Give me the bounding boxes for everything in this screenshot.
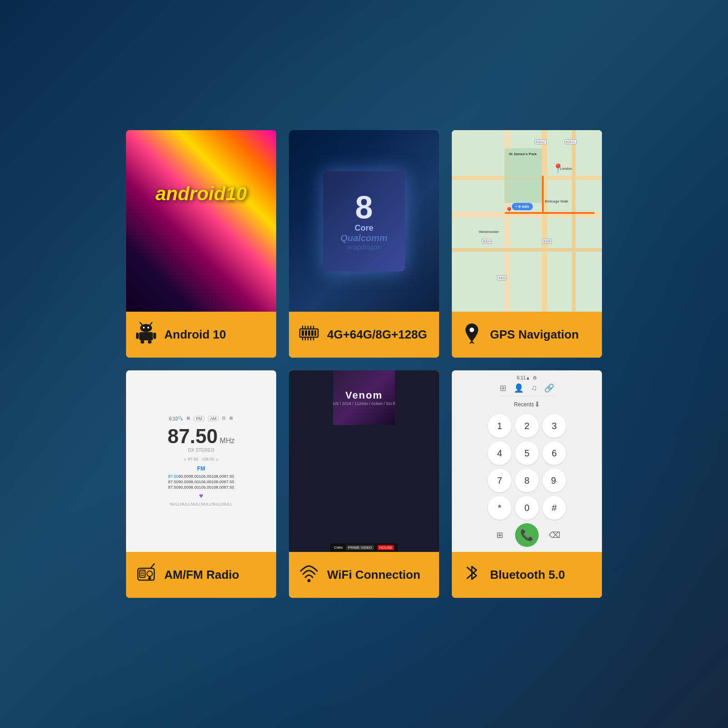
android-label: Android 10: [126, 312, 276, 358]
radio-freq-table: 87.5090.0098.00106.00108.0087.50 87.5090…: [168, 474, 234, 490]
recents-text: Recents: [514, 401, 534, 408]
wifi-label-bar: WiFi Connection: [289, 552, 439, 598]
svg-line-1: [208, 212, 212, 217]
android-card: android10: [126, 130, 276, 358]
media-label2: HOUSE: [378, 545, 394, 550]
android-robot-svg: [178, 209, 224, 259]
svg-point-46: [148, 577, 151, 580]
chip-number: 8: [355, 192, 373, 223]
radio-fm-btn: FM: [194, 416, 204, 421]
chip-brand: Qualcomm: [340, 233, 387, 243]
media-channel: CIBN: [334, 546, 343, 550]
radio-unit: MHz: [220, 437, 235, 445]
svg-rect-11: [205, 253, 212, 259]
android-icon: [135, 322, 157, 348]
svg-rect-20: [153, 333, 156, 339]
phone-tab-contacts[interactable]: 👤: [514, 383, 524, 393]
gps-label-text: GPS Navigation: [490, 328, 579, 342]
radio-label-text: AM/FM Radio: [164, 568, 239, 582]
android-title-text: android10: [156, 183, 247, 205]
svg-rect-18: [139, 332, 153, 340]
media-hero: Venom US / 2018 / 112min / Action / Sci-…: [333, 370, 395, 425]
svg-line-41: [472, 342, 474, 344]
feature-grid: android10: [99, 103, 629, 625]
dial-key-1[interactable]: 1: [488, 414, 511, 438]
dial-key-5[interactable]: 5: [515, 441, 539, 465]
svg-point-15: [140, 324, 152, 332]
phone-settings-icon: ⚙: [533, 375, 537, 380]
gps-icon: [461, 322, 483, 348]
dial-key-call[interactable]: 📞: [515, 523, 539, 547]
android-image: android10: [126, 130, 276, 312]
radio-label-bar: AM/FM Radio: [126, 552, 276, 598]
dial-key-6[interactable]: 6: [542, 441, 566, 465]
svg-point-4: [204, 219, 207, 223]
bluetooth-label-bar: Bluetooth 5.0: [452, 552, 602, 598]
gps-card: St James's Park Birdcage Walk London •9 …: [452, 130, 602, 358]
svg-rect-25: [305, 330, 307, 336]
radio-heart-icon: ♥: [199, 492, 203, 500]
wifi-label-text: WiFi Connection: [327, 568, 420, 582]
radio-null-row: NULLNULLNULLNULLNULLNULL: [170, 502, 233, 506]
dial-key-backspace[interactable]: ⌫: [542, 523, 566, 547]
phone-tab-dialpad[interactable]: ⊞: [500, 383, 506, 393]
radio-band: FM: [197, 465, 205, 472]
radio-grid-icon: ⊞: [229, 416, 233, 421]
phone-tab-link[interactable]: 🔗: [544, 383, 554, 393]
dial-key-8[interactable]: 8: [515, 469, 539, 492]
radio-icon: [135, 562, 157, 588]
phone-dialpad: 1 2 3 4 5 6 7 8 9... * 0 #: [483, 414, 571, 520]
svg-rect-12: [187, 230, 216, 234]
gps-label: GPS Navigation: [452, 312, 602, 358]
radio-am-btn: AM: [208, 416, 219, 421]
radio-card: 6:10 🔍 ⊞ FM AM ⊡ ⊞ 87.50 MHz DX STEREO ‹…: [126, 370, 276, 598]
media-movie-subtitle: US / 2018 / 112min / Action / Sci-fi: [333, 401, 395, 406]
phone-time: 6:11: [517, 375, 526, 380]
svg-rect-8: [180, 233, 186, 249]
chip-core: Core: [354, 223, 373, 233]
phone-recents-label: Recents ⬇: [510, 400, 543, 409]
dial-key-7[interactable]: 7: [488, 469, 511, 492]
svg-rect-9: [217, 233, 222, 249]
android-label-text: Android 10: [164, 328, 226, 342]
chip-model: snapdragon: [347, 243, 381, 251]
bluetooth-card: 6:11 ▲ ⚙ ⊞ 👤 ♫ 🔗 Recents ⬇ 1 2: [452, 370, 602, 598]
svg-point-44: [147, 571, 152, 576]
dial-key-3[interactable]: 3: [542, 414, 566, 438]
svg-point-39: [470, 328, 474, 332]
svg-rect-10: [190, 253, 197, 259]
phone-image: 6:11 ▲ ⚙ ⊞ 👤 ♫ 🔗 Recents ⬇ 1 2: [452, 370, 602, 552]
svg-rect-22: [148, 340, 152, 344]
svg-point-5: [196, 220, 198, 222]
phone-tabs: ⊞ 👤 ♫ 🔗: [500, 383, 555, 396]
svg-rect-19: [136, 333, 139, 339]
dial-key-hash[interactable]: #: [542, 496, 566, 520]
svg-rect-26: [308, 330, 310, 336]
svg-point-17: [147, 327, 149, 329]
phone-status-icons: ▲ ⚙: [526, 375, 537, 380]
radio-low-freq: 87.50: [188, 457, 198, 461]
dial-key-9-sub[interactable]: 9...: [542, 469, 566, 492]
radio-image: 6:10 🔍 ⊞ FM AM ⊡ ⊞ 87.50 MHz DX STEREO ‹…: [126, 370, 276, 552]
dial-key-0[interactable]: 0: [515, 496, 539, 520]
radio-header: 6:10 🔍 ⊞ FM AM ⊡ ⊞: [169, 416, 233, 421]
svg-rect-28: [314, 330, 316, 336]
dial-key-4[interactable]: 4: [488, 441, 511, 465]
phone-add-contact-icon: ⬇: [534, 400, 540, 409]
bluetooth-label-text: Bluetooth 5.0: [490, 568, 565, 582]
media-image: Venom US / 2018 / 112min / Action / Sci-…: [289, 370, 439, 552]
svg-rect-7: [187, 232, 216, 253]
media-movie-title: Venom: [333, 389, 395, 401]
radio-next-icon: ›: [216, 455, 218, 463]
svg-rect-21: [141, 340, 144, 344]
wifi-card: Venom US / 2018 / 112min / Action / Sci-…: [289, 370, 439, 598]
svg-point-3: [195, 219, 198, 223]
ram-label-text: 4G+64G/8G+128G: [327, 328, 427, 342]
bluetooth-icon: [461, 562, 483, 588]
dial-key-grid[interactable]: ⊞: [488, 523, 511, 547]
wifi-icon: [298, 562, 320, 588]
dial-key-2[interactable]: 2: [515, 414, 539, 438]
phone-tab-music[interactable]: ♫: [531, 383, 537, 393]
dial-key-star[interactable]: *: [488, 496, 511, 520]
svg-point-2: [188, 213, 214, 231]
